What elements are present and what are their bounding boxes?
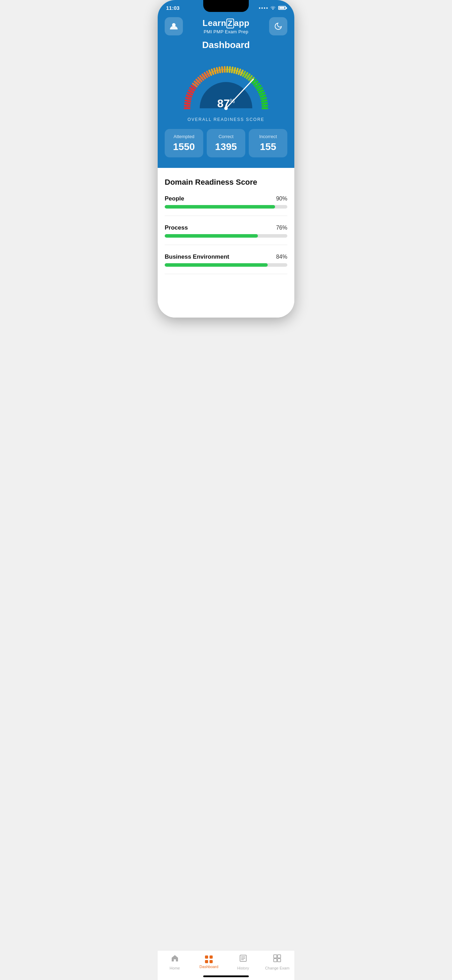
svg-line-44 (259, 91, 264, 92)
status-icons (259, 5, 286, 11)
svg-line-24 (220, 68, 220, 73)
svg-line-49 (262, 103, 267, 104)
domain-process-name: Process (165, 224, 188, 231)
svg-line-42 (256, 86, 261, 89)
divider-1 (165, 216, 287, 216)
svg-line-8 (188, 93, 193, 95)
logo-subtitle: PMI PMP Exam Prep (202, 29, 250, 34)
stat-attempted-value: 1550 (172, 141, 196, 153)
content-section: Domain Readiness Score People 90% Proces… (158, 168, 294, 318)
phone-container: 11:03 (158, 0, 294, 318)
stat-correct-value: 1395 (214, 141, 238, 153)
signal-icon (259, 7, 268, 9)
svg-line-4 (185, 103, 190, 104)
svg-line-11 (191, 86, 196, 89)
svg-line-23 (217, 68, 218, 73)
svg-line-7 (187, 95, 191, 97)
header-top: LearnZapp PMI PMP Exam Prep (165, 17, 287, 35)
domain-process-fill (165, 234, 258, 238)
svg-line-45 (259, 93, 264, 95)
domain-process-track (165, 234, 287, 238)
stat-attempted-label: Attempted (172, 134, 196, 139)
svg-line-31 (237, 69, 238, 73)
svg-line-43 (258, 88, 262, 91)
svg-line-32 (239, 69, 240, 74)
domain-people-fill (165, 205, 275, 208)
domain-business-header: Business Environment 84% (165, 253, 287, 261)
svg-line-21 (212, 69, 213, 74)
svg-line-18 (205, 73, 207, 77)
svg-line-35 (245, 73, 247, 77)
svg-line-50 (263, 105, 267, 106)
svg-line-20 (209, 70, 211, 75)
svg-line-10 (190, 88, 194, 91)
svg-line-46 (261, 95, 265, 97)
domain-business: Business Environment 84% (165, 253, 287, 274)
gauge-score: 87% (217, 97, 235, 110)
dark-mode-button[interactable] (269, 17, 287, 35)
domain-business-percent: 84% (276, 254, 287, 260)
notch (203, 0, 249, 12)
domain-section-title: Domain Readiness Score (165, 178, 287, 187)
domain-people-track (165, 205, 287, 208)
wifi-icon (270, 5, 276, 11)
page-title: Dashboard (165, 40, 287, 51)
svg-line-29 (232, 68, 232, 73)
svg-line-47 (261, 98, 266, 99)
svg-line-6 (186, 98, 191, 99)
domain-process-percent: 76% (276, 225, 287, 231)
svg-line-22 (214, 69, 215, 73)
domain-process-header: Process 76% (165, 224, 287, 231)
svg-line-25 (222, 67, 223, 72)
stat-attempted: Attempted 1550 (165, 129, 203, 158)
svg-line-3 (185, 105, 189, 106)
svg-line-19 (207, 72, 209, 76)
svg-line-28 (229, 67, 230, 72)
domain-process: Process 76% (165, 224, 287, 245)
domain-business-name: Business Environment (165, 253, 229, 261)
readiness-label: OVERALL READINESS SCORE (165, 117, 287, 122)
domain-business-track (165, 263, 287, 267)
profile-button[interactable] (165, 17, 183, 35)
stat-incorrect-value: 155 (256, 141, 280, 153)
stats-row: Attempted 1550 Correct 1395 Incorrect 15… (165, 129, 287, 158)
domain-people-name: People (165, 195, 184, 202)
domain-people: People 90% (165, 195, 287, 216)
svg-line-48 (262, 100, 267, 101)
stat-incorrect: Incorrect 155 (249, 129, 287, 158)
svg-line-9 (189, 91, 193, 92)
svg-line-5 (185, 100, 190, 101)
battery-icon (278, 6, 286, 10)
domain-people-percent: 90% (276, 196, 287, 202)
logo-section: LearnZapp PMI PMP Exam Prep (202, 18, 250, 34)
logo-title: LearnZapp (202, 18, 250, 29)
time-display: 11:03 (166, 5, 180, 11)
gauge-container: 87% (165, 57, 287, 114)
svg-line-33 (241, 70, 243, 75)
stat-correct: Correct 1395 (207, 129, 245, 158)
divider-2 (165, 245, 287, 245)
svg-line-30 (234, 68, 235, 73)
stat-correct-label: Correct (214, 134, 238, 139)
svg-line-34 (243, 72, 245, 76)
domain-business-fill (165, 263, 268, 267)
domain-people-header: People 90% (165, 195, 287, 202)
stat-incorrect-label: Incorrect (256, 134, 280, 139)
header-section: LearnZapp PMI PMP Exam Prep Dashboard (158, 14, 294, 168)
